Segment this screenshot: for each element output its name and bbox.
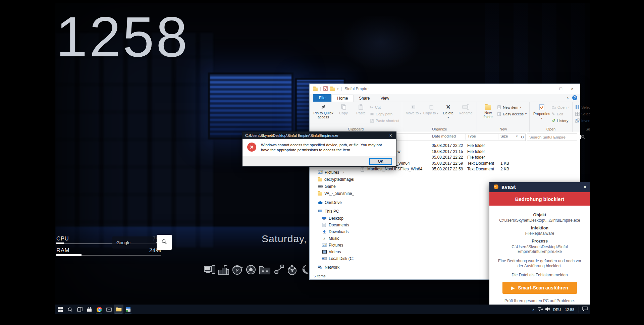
history-icon: ↺ bbox=[552, 118, 555, 123]
paste-shortcut-button[interactable]: Paste shortcut bbox=[370, 118, 399, 123]
sidebar-item-onedrive[interactable]: OneDrive bbox=[310, 199, 354, 206]
open-button[interactable]: Open ▾ bbox=[552, 104, 570, 110]
dialog-message: Windows cannot access the specified devi… bbox=[261, 143, 386, 153]
column-header-type[interactable]: Type bbox=[465, 134, 498, 140]
taskbar-clock[interactable]: 12:58 bbox=[564, 308, 575, 312]
properties-button[interactable]: Properties▾ bbox=[532, 103, 551, 120]
mail-icon[interactable] bbox=[104, 305, 114, 314]
report-false-positive-link[interactable]: Die Datei als Fehlalarm melden bbox=[512, 273, 568, 277]
folder-icon[interactable] bbox=[330, 88, 335, 91]
my-computer-icon[interactable] bbox=[203, 262, 216, 277]
maximize-button[interactable]: □ bbox=[555, 84, 567, 94]
customize-toolbar-caret-icon[interactable]: ▾ bbox=[337, 88, 338, 91]
sidebar-item-this-pc[interactable]: This PC bbox=[310, 208, 354, 214]
tab-view[interactable]: View bbox=[375, 95, 394, 102]
group-label: Clipboard bbox=[310, 127, 402, 131]
taskbar-search-button[interactable] bbox=[65, 305, 75, 314]
chrome-sketch-icon[interactable] bbox=[244, 262, 258, 277]
internet-explorer-icon[interactable]: e bbox=[230, 262, 244, 277]
move-to-button[interactable]: Move to ▾ bbox=[405, 103, 422, 116]
folder-icon bbox=[318, 178, 322, 181]
sidebar-item-documents[interactable]: Documents bbox=[310, 222, 354, 228]
column-header-size[interactable]: Size bbox=[498, 134, 522, 140]
infection-value: FileRepMalware bbox=[489, 231, 590, 236]
rename-button[interactable]: Rename bbox=[457, 103, 474, 115]
ribbon-group-open: Properties▾ Open ▾ ✎ Edit bbox=[530, 102, 573, 132]
help-icon[interactable]: ? bbox=[572, 95, 577, 100]
games-folder-icon[interactable] bbox=[258, 262, 271, 277]
copy-path-button[interactable]: Copy path bbox=[370, 111, 399, 117]
cut-button[interactable]: ✂ Cut bbox=[370, 104, 399, 110]
volume-icon[interactable] bbox=[545, 307, 550, 313]
microsoft-store-icon[interactable] bbox=[85, 305, 94, 314]
office-app-icon[interactable] bbox=[123, 305, 133, 314]
tab-home[interactable]: Home bbox=[331, 95, 354, 102]
delete-button[interactable]: × Delete▾ bbox=[440, 103, 457, 120]
paste-button[interactable]: Paste bbox=[353, 103, 369, 115]
start-button[interactable] bbox=[55, 305, 65, 314]
task-view-button[interactable] bbox=[75, 305, 85, 314]
collapse-ribbon-icon[interactable]: ∧ bbox=[567, 96, 569, 100]
dialog-title: C:\Users\Skynet\Desktop\Sinful Empire\Si… bbox=[245, 133, 388, 138]
easy-access-button[interactable]: Easy access ▾ bbox=[497, 111, 527, 117]
pin-to-quick-access-button[interactable]: Pin to Quick access bbox=[312, 103, 334, 119]
sidebar-item-va-sunshine-live[interactable]: VA_-_Sunshine_Live bbox=[310, 190, 354, 197]
angry-bird-icon[interactable] bbox=[285, 262, 299, 277]
history-button[interactable]: ↺ History bbox=[552, 118, 570, 123]
sidebar-item-network[interactable]: Network bbox=[310, 264, 354, 270]
process-value: C:\Users\Skynet\Desktop\Sinful Empire\Si… bbox=[499, 245, 581, 254]
search-submit-button[interactable] bbox=[157, 235, 172, 250]
copy-to-button[interactable]: Copy to ▾ bbox=[422, 103, 439, 116]
sidebar-item-videos[interactable]: Videos bbox=[310, 249, 354, 255]
edit-button[interactable]: ✎ Edit bbox=[552, 111, 570, 117]
sidebar-item-music[interactable]: ♪ Music bbox=[310, 235, 354, 241]
ribbon-tabs: File Home Share View ∧ ? bbox=[310, 94, 580, 102]
avast-brand: avast bbox=[501, 184, 516, 190]
column-header-date-modified[interactable]: Date modified bbox=[430, 134, 465, 140]
google-search-input[interactable] bbox=[112, 240, 149, 245]
close-icon[interactable]: × bbox=[583, 184, 587, 191]
sidebar-item-desktop[interactable]: Desktop bbox=[310, 215, 354, 221]
sidebar-item-decryptedimages[interactable]: decryptedImages bbox=[310, 176, 354, 182]
ribbon-group-clipboard: Pin to Quick access Copy Paste ✂ bbox=[310, 102, 402, 132]
sidebar-item-downloads[interactable]: Downloads bbox=[310, 228, 354, 235]
file-explorer-taskbar-icon[interactable] bbox=[114, 305, 123, 314]
ok-button[interactable]: OK bbox=[369, 158, 392, 165]
sidebar-item-game[interactable]: Game bbox=[310, 183, 354, 189]
copy-button[interactable]: Copy bbox=[335, 103, 352, 115]
sidebar-item-local-disk-c[interactable]: Local Disk (C:) bbox=[310, 255, 354, 262]
close-icon[interactable]: × bbox=[388, 133, 393, 138]
minimize-button[interactable]: – bbox=[544, 84, 555, 94]
smart-scan-button[interactable]: ▶ Smart-Scan ausführen bbox=[502, 282, 577, 294]
new-item-button[interactable]: New item ▾ bbox=[497, 104, 527, 110]
select-all-icon bbox=[575, 105, 580, 109]
properties-check-icon[interactable] bbox=[323, 86, 328, 92]
select-all-button[interactable]: Select all bbox=[575, 104, 590, 110]
language-indicator[interactable]: DEU bbox=[552, 308, 562, 312]
steam-icon[interactable] bbox=[272, 262, 285, 277]
select-none-icon bbox=[575, 112, 580, 116]
tab-share[interactable]: Share bbox=[354, 95, 375, 102]
hidden-icons-chevron-icon[interactable]: ∧ bbox=[531, 308, 536, 311]
network-icon[interactable] bbox=[538, 307, 543, 313]
invert-selection-button[interactable]: Invert selection bbox=[575, 118, 590, 123]
select-none-button[interactable]: Select none bbox=[575, 111, 590, 117]
chrome-icon[interactable] bbox=[94, 305, 104, 314]
castle-icon[interactable] bbox=[217, 262, 230, 277]
pin-icon bbox=[320, 104, 326, 110]
file-row[interactable]: Manifest_NonUFSFiles_Win64 05.08.2017 22… bbox=[354, 167, 580, 172]
new-folder-button[interactable]: New folder bbox=[480, 103, 496, 119]
google-search-widget[interactable] bbox=[112, 236, 171, 249]
folder-icon[interactable] bbox=[313, 88, 318, 91]
avast-body: Objekt C:\Users\Skynet\Desktop\...\Sinfu… bbox=[489, 206, 590, 304]
tab-file[interactable]: File bbox=[313, 94, 331, 102]
download-icon bbox=[322, 229, 327, 234]
text-document-icon bbox=[361, 167, 364, 173]
window-controls: – □ × bbox=[544, 84, 578, 94]
action-center-icon[interactable] bbox=[582, 307, 588, 313]
sidebar-item-pictures[interactable]: Pictures bbox=[310, 242, 354, 248]
taskbar: ∧ DEU 12:58 bbox=[55, 305, 590, 314]
videos-icon bbox=[322, 250, 327, 254]
sidebar-item-pictures-pinned[interactable]: Pictures 📌︎ bbox=[310, 169, 354, 175]
close-button[interactable]: × bbox=[567, 84, 578, 94]
